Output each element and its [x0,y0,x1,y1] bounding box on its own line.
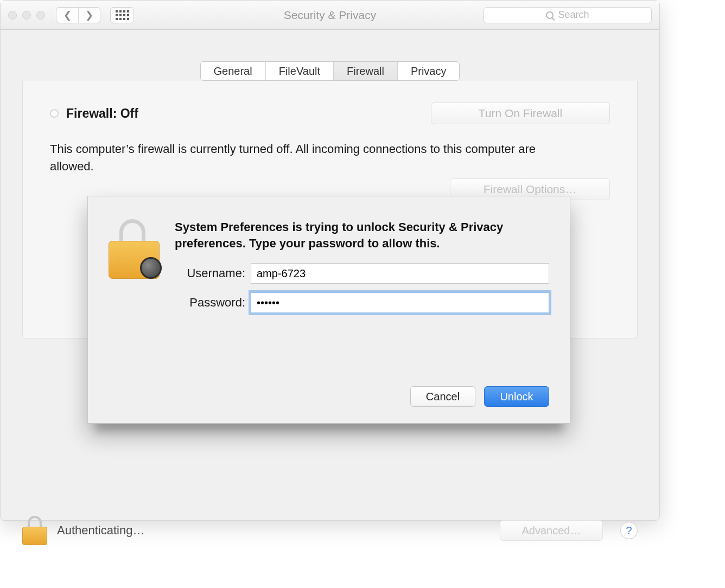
tab-bar: General FileVault Firewall Privacy [1,61,659,81]
cancel-button[interactable]: Cancel [410,386,475,407]
zoom-window-button[interactable] [36,11,45,20]
turn-on-firewall-button[interactable]: Turn On Firewall [431,103,610,124]
password-field[interactable] [251,292,549,313]
back-button[interactable]: ❮ [56,8,78,23]
search-placeholder: Search [558,9,589,21]
forward-button[interactable]: ❯ [78,8,100,23]
firewall-status-label: Firewall: Off [66,106,138,121]
help-icon: ? [626,525,632,537]
auth-message: System Preferences is trying to unlock S… [175,219,549,251]
unlock-button[interactable]: Unlock [484,386,549,407]
close-window-button[interactable] [8,11,17,20]
security-lock-icon [109,219,160,279]
lock-status-text: Authenticating… [57,523,144,538]
lock-icon[interactable] [22,516,47,545]
tab-filevault[interactable]: FileVault [265,62,333,80]
auth-dialog: System Preferences is trying to unlock S… [87,196,570,424]
chevron-right-icon: ❯ [85,9,93,21]
chevron-left-icon: ❮ [63,9,72,21]
firewall-status-indicator [50,109,59,118]
username-field[interactable] [251,263,549,284]
footer-bar: Authenticating… Advanced… ? [1,509,659,552]
username-label: Username: [175,266,251,280]
titlebar: ❮ ❯ Security & Privacy Search [1,1,659,30]
tab-privacy[interactable]: Privacy [397,62,460,80]
search-field[interactable]: Search [484,7,652,23]
preferences-window: ❮ ❯ Security & Privacy Search General Fi… [0,0,660,521]
nav-back-forward: ❮ ❯ [56,7,100,23]
window-controls [8,11,45,20]
tab-firewall[interactable]: Firewall [333,62,397,80]
advanced-button[interactable]: Advanced… [500,520,603,541]
search-icon [546,11,554,19]
tab-general[interactable]: General [201,62,265,80]
minimize-window-button[interactable] [22,11,31,20]
show-all-button[interactable] [110,7,134,23]
grid-icon [116,10,129,20]
help-button[interactable]: ? [620,522,638,539]
firewall-description: This computer’s firewall is currently tu… [50,140,555,175]
password-label: Password: [175,296,251,310]
